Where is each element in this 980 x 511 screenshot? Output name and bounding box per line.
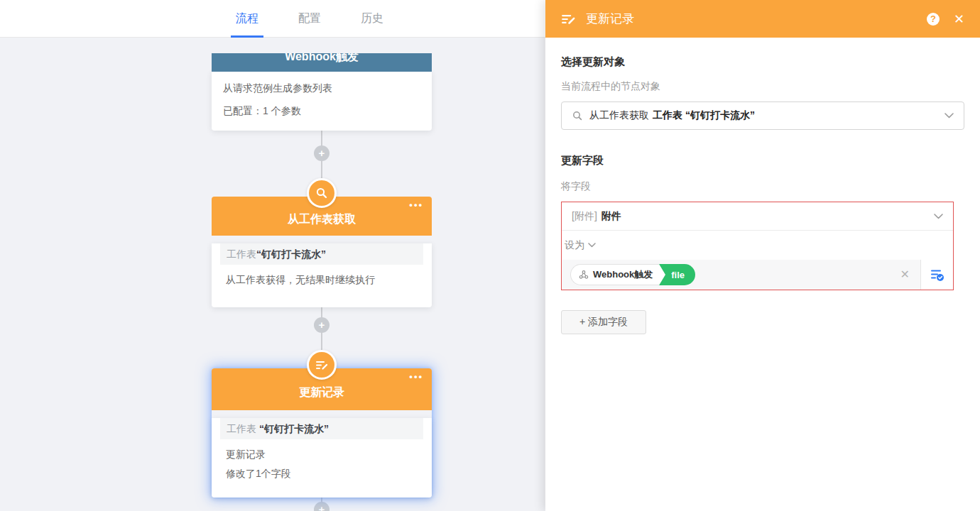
node-update-title: 更新记录: [299, 385, 344, 400]
set-to-selector[interactable]: 设为: [562, 231, 953, 260]
add-field-label: + 添加字段: [579, 316, 628, 329]
node-query-body: 工作表“钉钉打卡流水” 从工作表获得，无结果时继续执行: [212, 243, 432, 307]
add-node-button-2[interactable]: +: [314, 317, 330, 333]
sheet-label: 工作表: [227, 248, 256, 260]
node-query-sheet-row: 工作表“钉钉打卡流水”: [220, 243, 423, 265]
node-select-prefix: 从工作表获取: [589, 109, 649, 122]
value-tag-name: Webhook触发: [593, 268, 653, 281]
add-node-button-1[interactable]: +: [314, 145, 330, 161]
add-field-button[interactable]: + 添加字段: [561, 310, 646, 334]
field-value-input[interactable]: Webhook触发 file ✕: [562, 260, 920, 290]
node-webhook-trigger[interactable]: Webhook触发 从请求范例生成参数列表 已配置：1 个参数: [212, 53, 432, 131]
value-tag-source: Webhook触发: [570, 264, 659, 285]
node-select-value: 工作表 “钉钉打卡流水”: [653, 109, 755, 122]
set-to-label: 设为: [565, 239, 584, 252]
node-query-icon-badge: [307, 178, 337, 208]
node-update-more-menu[interactable]: •••: [409, 371, 423, 382]
sheet-label: 工作表: [227, 423, 259, 434]
field-label: 将字段: [561, 180, 964, 193]
sheet-name: “钉钉打卡流水”: [259, 423, 329, 434]
panel-title: 更新记录: [586, 11, 634, 27]
chevron-down-icon: [588, 243, 596, 248]
search-icon: [315, 186, 329, 200]
node-update-sheet-row: 工作表 “钉钉打卡流水”: [220, 418, 423, 439]
flow-editor-region: 流程 配置 历史 + + + Webhook触发: [0, 0, 545, 511]
field-name: 附件: [601, 210, 621, 223]
tab-config[interactable]: 配置: [298, 0, 321, 38]
sheet-name: “钉钉打卡流水”: [256, 248, 326, 260]
node-update-action: 更新记录: [226, 449, 418, 461]
node-webhook-desc: 从请求范例生成参数列表: [223, 82, 420, 95]
node-query-title: 从工作表获取: [288, 212, 356, 227]
edit-record-icon: [315, 358, 329, 372]
node-update-record[interactable]: 更新记录 ••• 工作表 “钉钉打卡流水” 更新记录 修改了1个字段: [212, 368, 432, 498]
node-object-label: 当前流程中的节点对象: [561, 80, 964, 93]
node-object-select[interactable]: 从工作表获取 工作表 “钉钉打卡流水”: [561, 101, 964, 130]
webhook-icon: [579, 270, 589, 280]
tab-config-label: 配置: [298, 11, 321, 26]
node-update-body: 工作表 “钉钉打卡流水” 更新记录 修改了1个字段: [212, 418, 432, 498]
update-field-group: [附件] 附件 设为: [561, 202, 954, 290]
tab-history-label: 历史: [361, 11, 383, 26]
chevron-down-icon: [934, 214, 943, 219]
panel-body: 选择更新对象 当前流程中的节点对象 从工作表获取 工作表 “钉钉打卡流水” 更新…: [545, 55, 980, 334]
edit-record-icon: [561, 11, 577, 27]
field-select[interactable]: [附件] 附件: [562, 202, 953, 231]
node-webhook-body: 从请求范例生成参数列表 已配置：1 个参数: [212, 72, 432, 131]
panel-header: 更新记录 ? ✕: [545, 0, 980, 38]
node-update-icon-badge: [307, 350, 337, 380]
node-webhook-header: Webhook触发: [212, 53, 432, 72]
field-type-prefix: [附件]: [572, 210, 597, 223]
node-query-worksheet[interactable]: 从工作表获取 ••• 工作表“钉钉打卡流水” 从工作表获得，无结果时继续执行: [212, 197, 432, 307]
value-tag: Webhook触发 file: [570, 264, 695, 285]
value-tag-type-label: file: [671, 270, 685, 280]
chevron-down-icon: [944, 113, 954, 119]
value-tag-type-badge: file: [659, 264, 695, 285]
node-update-field-count: 修改了1个字段: [226, 468, 418, 480]
update-record-panel: 更新记录 ? ✕ 选择更新对象 当前流程中的节点对象 从工作表获取 工作表 “钉…: [545, 0, 980, 511]
field-value-row: Webhook触发 file ✕: [562, 260, 953, 290]
remove-value-icon[interactable]: ✕: [900, 269, 910, 280]
tab-history[interactable]: 历史: [361, 0, 383, 38]
close-icon[interactable]: ✕: [954, 13, 964, 26]
update-fields-section-title: 更新字段: [561, 154, 964, 167]
top-tabbar: 流程 配置 历史: [0, 0, 545, 38]
help-icon[interactable]: ?: [927, 13, 940, 26]
select-object-section-title: 选择更新对象: [561, 55, 964, 69]
workflow-canvas[interactable]: + + + Webhook触发 从请求范例生成参数列表 已配置：1 个参数: [0, 38, 545, 511]
node-query-more-menu[interactable]: •••: [409, 199, 423, 210]
tab-flow[interactable]: 流程: [236, 0, 258, 38]
workflow-app: 流程 配置 历史 + + + Webhook触发: [0, 0, 980, 511]
node-webhook-title: Webhook触发: [285, 53, 359, 65]
search-icon: [572, 110, 583, 121]
node-webhook-config-count: 已配置：1 个参数: [223, 105, 420, 118]
node-query-desc: 从工作表获得，无结果时继续执行: [226, 274, 418, 287]
insert-field-button[interactable]: [920, 260, 953, 290]
add-node-button-3[interactable]: +: [314, 502, 330, 511]
insert-field-icon: [930, 268, 944, 282]
tab-flow-label: 流程: [236, 11, 258, 26]
